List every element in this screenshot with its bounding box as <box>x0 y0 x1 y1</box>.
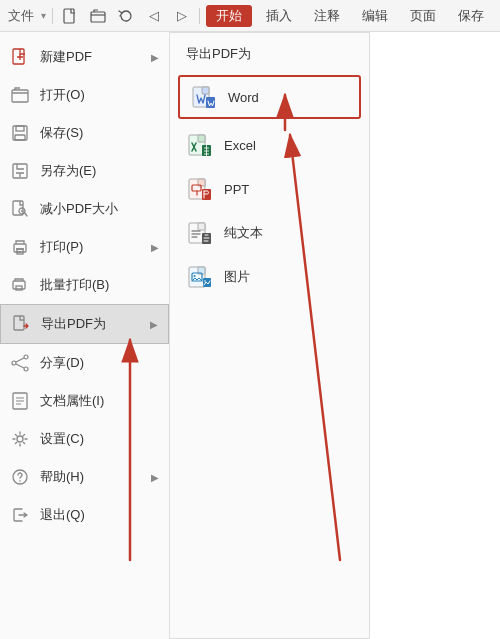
svg-rect-5 <box>16 126 24 131</box>
save-as-icon <box>8 159 32 183</box>
toolbar-undo-icon[interactable]: ◁ <box>143 5 165 27</box>
share-label: 分享(D) <box>40 354 159 372</box>
word-icon <box>190 83 218 111</box>
menu-item-batch-print[interactable]: 批量打印(B) <box>0 266 169 304</box>
word-label: Word <box>228 90 349 105</box>
open-label: 打开(O) <box>40 86 159 104</box>
menu-item-help[interactable]: 帮助(H) ▶ <box>0 458 169 496</box>
svg-rect-3 <box>12 90 28 102</box>
svg-point-16 <box>12 361 16 365</box>
svg-point-15 <box>24 355 28 359</box>
main-area: 新建PDF ▶ 打开(O) 保存(S) 另存为(E) 减小PDF大小 <box>0 32 500 639</box>
start-tab-btn[interactable]: 开始 <box>206 5 252 27</box>
save-label: 保存(S) <box>40 124 159 142</box>
plaintext-icon <box>186 219 214 247</box>
left-menu: 新建PDF ▶ 打开(O) 保存(S) 另存为(E) 减小PDF大小 <box>0 32 170 639</box>
file-menu-btn[interactable]: 文件 <box>8 7 35 25</box>
help-arrow: ▶ <box>151 472 159 483</box>
reduce-label: 减小PDF大小 <box>40 200 159 218</box>
new-pdf-label: 新建PDF <box>40 48 143 66</box>
svg-rect-12 <box>13 281 25 289</box>
toolbar-redo-icon[interactable]: ▷ <box>171 5 193 27</box>
image-icon <box>186 263 214 291</box>
excel-label: Excel <box>224 138 353 153</box>
svg-rect-33 <box>198 223 205 230</box>
new-pdf-arrow: ▶ <box>151 52 159 63</box>
menu-item-share[interactable]: 分享(D) <box>0 344 169 382</box>
export-pdf-label: 导出PDF为 <box>41 315 142 333</box>
toolbar-divider-1 <box>52 8 53 24</box>
menu-item-reduce[interactable]: 减小PDF大小 <box>0 190 169 228</box>
settings-icon <box>8 427 32 451</box>
svg-rect-6 <box>15 135 25 140</box>
new-pdf-icon <box>8 45 32 69</box>
doc-props-label: 文档属性(I) <box>40 392 159 410</box>
insert-tab-btn[interactable]: 插入 <box>258 5 300 27</box>
print-label: 打印(P) <box>40 238 143 256</box>
submenu-item-plaintext[interactable]: 纯文本 <box>170 211 369 255</box>
share-icon <box>8 351 32 375</box>
doc-props-icon <box>8 389 32 413</box>
menu-item-settings[interactable]: 设置(C) <box>0 420 169 458</box>
menu-item-doc-props[interactable]: 文档属性(I) <box>0 382 169 420</box>
svg-point-19 <box>17 436 23 442</box>
svg-rect-14 <box>14 316 24 330</box>
batch-print-label: 批量打印(B) <box>40 276 159 294</box>
reduce-icon <box>8 197 32 221</box>
submenu-title: 导出PDF为 <box>170 41 369 71</box>
help-icon <box>8 465 32 489</box>
toolbar-file-icon[interactable] <box>59 5 81 27</box>
save-icon <box>8 121 32 145</box>
settings-label: 设置(C) <box>40 430 159 448</box>
print-arrow: ▶ <box>151 242 159 253</box>
menu-item-exit[interactable]: 退出(Q) <box>0 496 169 534</box>
menu-item-export-pdf[interactable]: 导出PDF为 ▶ <box>0 304 169 344</box>
page-tab-btn[interactable]: 页面 <box>402 5 444 27</box>
batch-print-icon <box>8 273 32 297</box>
export-pdf-icon <box>9 312 33 336</box>
submenu-item-image[interactable]: 图片 <box>170 255 369 299</box>
edit-tab-btn[interactable]: 编辑 <box>354 5 396 27</box>
svg-rect-26 <box>198 135 205 142</box>
svg-rect-1 <box>91 12 105 22</box>
export-pdf-arrow: ▶ <box>150 319 158 330</box>
svg-rect-10 <box>14 244 26 252</box>
exit-icon <box>8 503 32 527</box>
open-icon <box>8 83 32 107</box>
plaintext-label: 纯文本 <box>224 224 353 242</box>
submenu-item-word[interactable]: Word <box>178 75 361 119</box>
toolbar: 文件 ▾ ◁ ▷ 开始 插入 注释 编辑 页面 保存 <box>0 0 500 32</box>
svg-rect-13 <box>16 286 22 290</box>
menu-item-open[interactable]: 打开(O) <box>0 76 169 114</box>
submenu-item-ppt[interactable]: PPT <box>170 167 369 211</box>
menu-item-save-as[interactable]: 另存为(E) <box>0 152 169 190</box>
submenu-item-excel[interactable]: Excel <box>170 123 369 167</box>
menu-item-print[interactable]: 打印(P) ▶ <box>0 228 169 266</box>
svg-point-40 <box>204 280 206 282</box>
svg-rect-0 <box>64 9 74 23</box>
save-tab-btn[interactable]: 保存 <box>450 5 492 27</box>
annotate-tab-btn[interactable]: 注释 <box>306 5 348 27</box>
ppt-icon <box>186 175 214 203</box>
svg-point-17 <box>24 367 28 371</box>
save-as-label: 另存为(E) <box>40 162 159 180</box>
help-label: 帮助(H) <box>40 468 143 486</box>
toolbar-rotate-icon[interactable] <box>115 5 137 27</box>
excel-icon <box>186 131 214 159</box>
toolbar-open-icon[interactable] <box>87 5 109 27</box>
ppt-label: PPT <box>224 182 353 197</box>
svg-point-21 <box>19 480 21 482</box>
image-label: 图片 <box>224 268 353 286</box>
print-icon <box>8 235 32 259</box>
toolbar-divider-2 <box>199 8 200 24</box>
svg-point-38 <box>194 275 196 277</box>
exit-label: 退出(Q) <box>40 506 159 524</box>
export-submenu: 导出PDF为 Word <box>170 32 370 639</box>
menu-item-save[interactable]: 保存(S) <box>0 114 169 152</box>
menu-item-new-pdf[interactable]: 新建PDF ▶ <box>0 38 169 76</box>
svg-rect-23 <box>202 87 209 94</box>
